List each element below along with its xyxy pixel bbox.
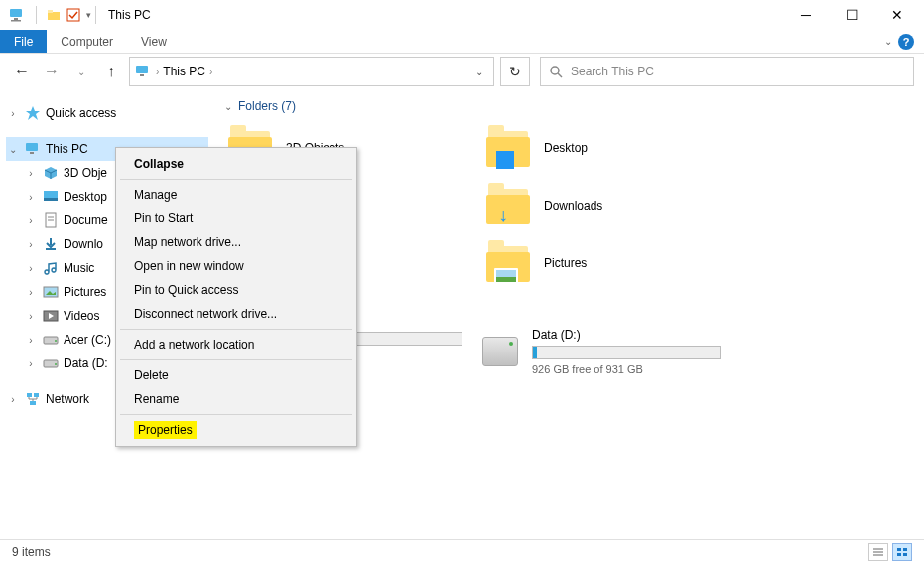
download-icon: [42, 235, 60, 253]
folder-small-icon[interactable]: [47, 9, 61, 21]
menu-disconnect-drive[interactable]: Disconnect network drive...: [118, 302, 354, 326]
menu-separator: [120, 329, 352, 330]
qat-dropdown-icon[interactable]: ▾: [86, 10, 91, 20]
expand-icon[interactable]: ›: [24, 239, 38, 250]
desktop-icon: [42, 188, 60, 206]
svg-point-28: [55, 363, 57, 365]
tab-file[interactable]: File: [0, 30, 47, 53]
folder-downloads[interactable]: ↓ Downloads: [482, 177, 740, 234]
menu-manage[interactable]: Manage: [118, 183, 354, 207]
quick-access-toolbar: ▾: [4, 6, 91, 24]
svg-rect-11: [26, 143, 38, 151]
ribbon-expand-icon[interactable]: ⌄: [884, 36, 892, 47]
menu-add-network-location[interactable]: Add a network location: [118, 333, 354, 356]
menu-rename[interactable]: Rename: [118, 387, 354, 411]
sidebar-label: Acer (C:): [64, 333, 111, 347]
svg-rect-4: [48, 10, 53, 13]
window-title: This PC: [108, 8, 151, 22]
videos-icon: [42, 307, 60, 325]
thispc-crumb-icon: [134, 65, 152, 78]
properties-check-icon[interactable]: [66, 8, 80, 22]
tab-computer[interactable]: Computer: [47, 30, 127, 53]
svg-rect-1: [14, 18, 18, 20]
chevron-right-icon[interactable]: ›: [209, 67, 212, 77]
chevron-down-icon[interactable]: ⌄: [224, 101, 232, 112]
drive-name: Data (D:): [532, 328, 721, 342]
expand-icon[interactable]: ›: [6, 108, 20, 119]
breadcrumb[interactable]: This PC: [163, 65, 205, 78]
menu-pin-start[interactable]: Pin to Start: [118, 207, 354, 230]
menu-delete[interactable]: Delete: [118, 363, 354, 387]
svg-rect-29: [27, 393, 32, 397]
menu-separator: [120, 414, 352, 415]
address-bar[interactable]: › This PC › ⌄: [129, 57, 494, 86]
expand-icon[interactable]: ›: [24, 192, 38, 203]
folder-pictures[interactable]: Pictures: [482, 234, 740, 292]
chevron-right-icon[interactable]: ›: [156, 67, 159, 77]
folder-label: Desktop: [544, 141, 588, 155]
svg-marker-10: [26, 106, 40, 120]
sidebar-label: Docume: [64, 213, 108, 227]
expand-icon[interactable]: ›: [24, 287, 38, 298]
address-dropdown-icon[interactable]: ⌄: [469, 67, 489, 77]
folder-icon: ↓: [486, 187, 530, 224]
menu-map-drive[interactable]: Map network drive...: [118, 230, 354, 254]
expand-icon[interactable]: ›: [24, 168, 38, 179]
thispc-icon: [8, 7, 26, 23]
sidebar-label: Videos: [64, 309, 99, 323]
svg-rect-31: [30, 401, 36, 405]
svg-rect-3: [48, 12, 60, 20]
tab-view[interactable]: View: [127, 30, 181, 53]
svg-rect-16: [44, 198, 58, 201]
refresh-button[interactable]: ↻: [500, 57, 530, 86]
folders-group-header[interactable]: ⌄ Folders (7): [224, 99, 908, 113]
status-item-count: 9 items: [12, 545, 51, 559]
search-input[interactable]: [571, 65, 905, 78]
svg-rect-30: [34, 393, 39, 397]
pictures-icon: [42, 283, 60, 301]
svg-rect-20: [46, 248, 56, 250]
svg-rect-6: [136, 66, 148, 73]
window-controls: ─ ☐ ✕: [783, 0, 920, 30]
star-icon: [24, 104, 42, 122]
menu-properties[interactable]: Properties: [134, 421, 197, 439]
expand-icon[interactable]: ›: [24, 311, 38, 322]
sidebar-item-quick-access[interactable]: › Quick access: [6, 101, 208, 125]
recent-dropdown-icon[interactable]: ⌄: [69, 60, 93, 83]
folder-label: Pictures: [544, 256, 587, 270]
svg-rect-38: [903, 553, 907, 556]
titlebar: ▾ This PC ─ ☐ ✕: [0, 0, 924, 30]
sidebar-label: 3D Obje: [64, 166, 107, 180]
svg-rect-7: [140, 74, 144, 76]
view-details-button[interactable]: [868, 543, 888, 561]
menu-pin-quick-access[interactable]: Pin to Quick access: [118, 278, 354, 302]
svg-rect-2: [11, 20, 21, 22]
back-button[interactable]: ←: [10, 60, 34, 83]
maximize-button[interactable]: ☐: [829, 0, 874, 30]
svg-line-9: [558, 73, 562, 77]
up-button[interactable]: ↑: [99, 60, 123, 83]
menu-collapse[interactable]: Collapse: [118, 152, 354, 176]
expand-icon[interactable]: ›: [6, 394, 20, 405]
drive-free-text: 926 GB free of 931 GB: [532, 363, 721, 375]
folder-icon: [486, 129, 530, 167]
minimize-button[interactable]: ─: [783, 0, 829, 30]
svg-point-8: [551, 67, 559, 74]
search-bar[interactable]: [540, 57, 914, 86]
svg-rect-37: [897, 553, 901, 556]
view-tiles-button[interactable]: [892, 543, 912, 561]
menu-open-new-window[interactable]: Open in new window: [118, 254, 354, 278]
help-icon[interactable]: ?: [898, 34, 914, 50]
expand-icon[interactable]: ›: [24, 263, 38, 274]
drive-d[interactable]: Data (D:) 926 GB free of 931 GB: [482, 328, 721, 375]
expand-icon[interactable]: ›: [24, 358, 38, 369]
expand-icon[interactable]: ›: [24, 335, 38, 346]
close-button[interactable]: ✕: [874, 0, 920, 30]
folder-desktop[interactable]: Desktop: [482, 119, 740, 177]
menu-separator: [120, 359, 352, 360]
collapse-icon[interactable]: ⌄: [6, 144, 20, 155]
forward-button[interactable]: →: [40, 60, 64, 83]
folder-icon: [486, 244, 530, 282]
expand-icon[interactable]: ›: [24, 215, 38, 226]
group-header-label: Folders (7): [238, 99, 296, 113]
